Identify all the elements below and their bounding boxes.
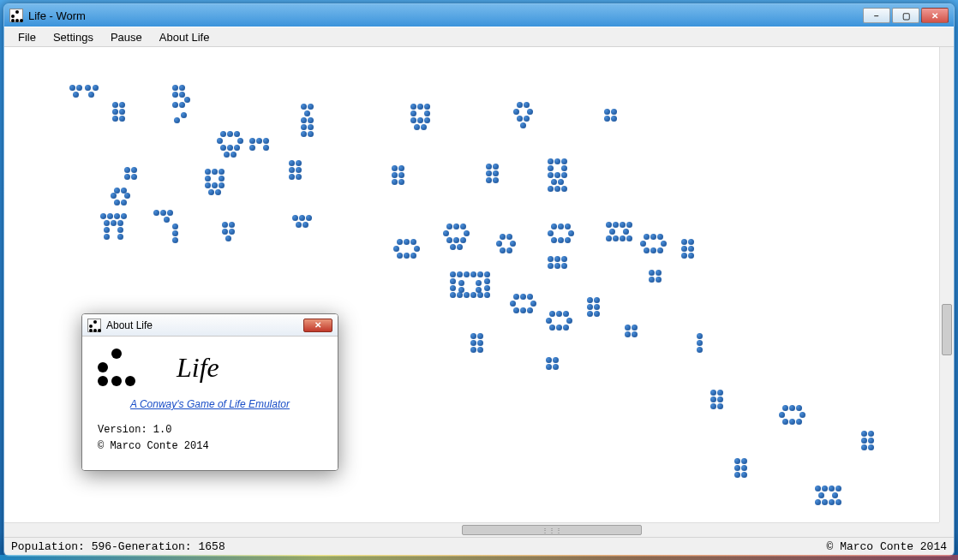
about-close-button[interactable]: ✕ — [303, 319, 332, 332]
live-cell — [289, 160, 295, 166]
live-cell — [124, 167, 130, 173]
live-cell — [548, 186, 554, 192]
live-cell — [717, 403, 723, 409]
live-cell — [450, 278, 456, 284]
live-cell — [789, 419, 795, 425]
live-cell — [815, 486, 821, 491]
titlebar[interactable]: Life - Worm − ▢ ✕ — [4, 4, 954, 27]
live-cell — [688, 239, 694, 245]
live-cell — [398, 179, 404, 185]
live-cell — [184, 97, 190, 103]
live-cell — [868, 438, 874, 444]
live-cell — [220, 145, 226, 151]
live-cell — [410, 110, 416, 116]
live-cell — [397, 239, 403, 245]
live-cell — [124, 193, 130, 199]
live-cell — [688, 246, 694, 252]
live-cell — [392, 172, 398, 178]
live-cell — [212, 182, 218, 188]
menu-file[interactable]: File — [9, 28, 45, 46]
live-cell — [681, 246, 687, 252]
live-cell — [566, 318, 572, 324]
live-cell — [410, 253, 416, 259]
live-cell — [484, 292, 490, 298]
minimize-button[interactable]: − — [863, 8, 890, 23]
live-cell — [179, 92, 185, 98]
live-cell — [234, 145, 240, 151]
menu-pause[interactable]: Pause — [102, 28, 151, 46]
live-cell — [835, 499, 841, 505]
live-cell — [561, 158, 567, 164]
live-cell — [104, 234, 110, 240]
live-cell — [782, 405, 788, 411]
live-cell — [520, 122, 526, 128]
live-cell — [710, 396, 716, 402]
close-button[interactable]: ✕ — [921, 8, 949, 23]
hscroll-thumb[interactable]: ⋮⋮⋮ — [462, 525, 642, 535]
live-cell — [234, 131, 240, 137]
live-cell — [470, 347, 476, 353]
live-cell — [263, 145, 269, 151]
live-cell — [296, 222, 302, 228]
live-cell — [644, 247, 650, 253]
live-cell — [470, 271, 476, 277]
live-cell — [220, 131, 226, 137]
live-cell — [301, 117, 307, 123]
live-cell — [111, 193, 117, 199]
live-cell — [548, 256, 554, 262]
vertical-scrollbar[interactable] — [939, 47, 954, 522]
about-app-icon — [87, 319, 101, 332]
live-cell — [656, 277, 662, 283]
live-cell — [613, 222, 619, 228]
live-cell — [520, 307, 526, 313]
live-cell — [114, 200, 120, 206]
live-cell — [796, 405, 802, 411]
live-cell — [650, 247, 656, 253]
live-cell — [625, 331, 631, 337]
window-title: Life - Worm — [28, 9, 86, 22]
live-cell — [424, 104, 430, 110]
live-cell — [620, 235, 626, 241]
horizontal-scrollbar[interactable]: ⋮⋮⋮ — [4, 522, 939, 537]
live-cell — [835, 486, 841, 491]
live-cell — [493, 164, 499, 170]
live-cell — [404, 253, 410, 259]
menu-settings[interactable]: Settings — [45, 28, 102, 46]
live-cell — [460, 223, 466, 229]
menu-about[interactable]: About Life — [151, 28, 219, 46]
live-cell — [392, 179, 398, 185]
about-dialog: About Life ✕ Life A Conway's Game of Lif… — [81, 313, 338, 471]
live-cell — [661, 241, 667, 247]
live-cell — [796, 419, 802, 425]
live-cell — [861, 438, 867, 444]
live-cell — [160, 210, 166, 216]
live-cell — [219, 182, 225, 188]
live-cell — [561, 256, 567, 262]
live-cell — [304, 110, 310, 116]
live-cell — [486, 177, 492, 183]
live-cell — [215, 189, 221, 195]
live-cell — [554, 158, 560, 164]
live-cell — [296, 160, 302, 166]
live-cell — [464, 271, 470, 277]
live-cell — [131, 167, 137, 173]
live-cell — [476, 280, 482, 286]
live-cell — [548, 165, 554, 171]
live-cell — [861, 431, 867, 437]
maximize-button[interactable]: ▢ — [892, 8, 919, 23]
live-cell — [546, 318, 552, 324]
live-cell — [164, 217, 170, 223]
live-cell — [88, 92, 94, 98]
vscroll-thumb[interactable] — [942, 304, 952, 355]
live-cell — [224, 152, 230, 158]
about-link[interactable]: A Conway's Game of Life Emulator — [98, 398, 322, 410]
live-cell — [650, 234, 656, 240]
live-cell — [561, 172, 567, 178]
live-cell — [477, 347, 483, 353]
live-cell — [302, 222, 308, 228]
live-cell — [484, 278, 490, 284]
live-cell — [249, 145, 255, 151]
about-titlebar[interactable]: About Life ✕ — [82, 314, 338, 337]
live-cell — [121, 200, 127, 206]
live-cell — [131, 174, 137, 180]
